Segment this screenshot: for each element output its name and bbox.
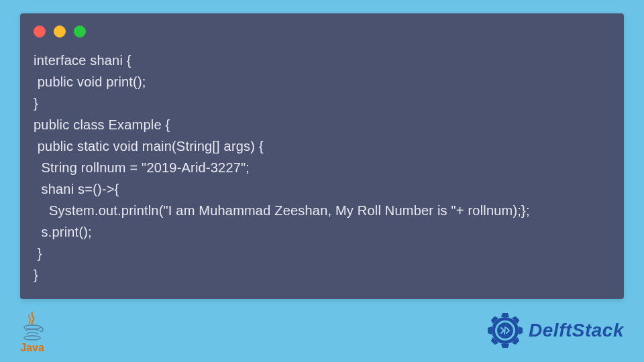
svg-marker-1	[501, 344, 509, 348]
java-cup-icon	[20, 311, 44, 341]
delftstack-gear-icon	[486, 311, 525, 350]
java-logo: Java	[20, 311, 44, 354]
delftstack-logo: DelftStack	[486, 311, 624, 350]
minimize-icon[interactable]	[54, 25, 66, 38]
code-window: interface shani { public void print(); }…	[20, 13, 624, 299]
svg-marker-3	[519, 326, 523, 335]
java-logo-text: Java	[20, 342, 44, 354]
maximize-icon[interactable]	[74, 25, 86, 38]
window-controls	[34, 25, 610, 38]
close-icon[interactable]	[34, 25, 46, 38]
svg-marker-2	[488, 326, 492, 335]
svg-marker-0	[501, 313, 509, 317]
delftstack-logo-text: DelftStack	[529, 320, 624, 341]
code-content: interface shani { public void print(); }…	[34, 50, 610, 286]
